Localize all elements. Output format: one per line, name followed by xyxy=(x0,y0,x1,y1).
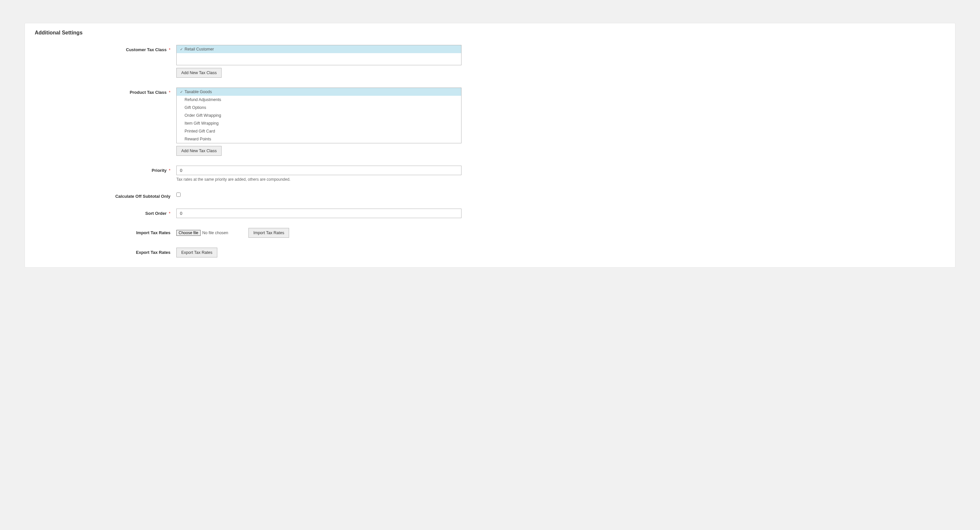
section-title: Additional Settings xyxy=(35,30,945,36)
calculate-off-subtotal-row: Calculate Off Subtotal Only xyxy=(35,192,945,199)
list-item[interactable]: Item Gift Wrapping xyxy=(177,120,461,127)
list-item[interactable]: Printed Gift Card xyxy=(177,127,461,135)
check-icon: ✓ xyxy=(180,47,185,51)
choose-file-button[interactable]: Choose file xyxy=(177,230,200,236)
list-item-label: Taxable Goods xyxy=(185,89,212,94)
product-tax-class-row: Product Tax Class * ✓Taxable GoodsRefund… xyxy=(35,88,945,156)
list-item[interactable]: Gift Options xyxy=(177,104,461,112)
list-item-label: Printed Gift Card xyxy=(185,129,215,134)
calculate-off-subtotal-checkbox[interactable] xyxy=(177,193,181,197)
list-item-label: Order Gift Wrapping xyxy=(185,113,221,118)
list-item-label: Item Gift Wrapping xyxy=(185,121,219,126)
file-picker[interactable]: Choose file No file chosen xyxy=(177,230,248,236)
product-tax-class-field: ✓Taxable GoodsRefund AdjustmentsGift Opt… xyxy=(177,88,461,156)
export-tax-rates-row: Export Tax Rates Export Tax Rates xyxy=(35,247,945,257)
required-asterisk: * xyxy=(169,168,170,173)
add-new-customer-tax-class-button[interactable]: Add New Tax Class xyxy=(177,68,221,78)
additional-settings-panel: Additional Settings Customer Tax Class *… xyxy=(25,23,955,268)
add-new-product-tax-class-button[interactable]: Add New Tax Class xyxy=(177,146,221,156)
list-item[interactable]: ✓Retail Customer xyxy=(177,45,461,53)
import-tax-rates-row: Import Tax Rates Choose file No file cho… xyxy=(35,228,945,238)
priority-hint: Tax rates at the same priority are added… xyxy=(177,177,461,182)
list-item-label: Refund Adjustments xyxy=(185,97,221,102)
customer-tax-class-row: Customer Tax Class * ✓Retail Customer Ad… xyxy=(35,45,945,78)
check-icon: ✓ xyxy=(180,90,185,94)
calculate-off-subtotal-label: Calculate Off Subtotal Only xyxy=(35,192,177,199)
sort-order-label: Sort Order * xyxy=(35,209,177,218)
list-item-label: Retail Customer xyxy=(185,47,214,51)
priority-field: Tax rates at the same priority are added… xyxy=(177,166,461,182)
list-item-label: Reward Points xyxy=(185,137,211,141)
import-tax-rates-field: Choose file No file chosen Import Tax Ra… xyxy=(177,228,461,238)
priority-row: Priority * Tax rates at the same priorit… xyxy=(35,166,945,182)
sort-order-input[interactable] xyxy=(177,209,461,218)
export-tax-rates-label: Export Tax Rates xyxy=(35,247,177,257)
export-tax-rates-field: Export Tax Rates xyxy=(177,247,461,257)
list-item[interactable]: Reward Points xyxy=(177,135,461,143)
priority-label: Priority * xyxy=(35,166,177,182)
product-tax-class-select[interactable]: ✓Taxable GoodsRefund AdjustmentsGift Opt… xyxy=(177,88,461,143)
required-asterisk: * xyxy=(169,47,170,52)
calculate-off-subtotal-field xyxy=(177,192,461,199)
list-item-label: Gift Options xyxy=(185,105,206,110)
priority-input[interactable] xyxy=(177,166,461,175)
import-tax-rates-label: Import Tax Rates xyxy=(35,228,177,238)
required-asterisk: * xyxy=(169,90,170,95)
list-item[interactable]: Order Gift Wrapping xyxy=(177,112,461,120)
customer-tax-class-select[interactable]: ✓Retail Customer xyxy=(177,45,461,65)
list-item[interactable]: Refund Adjustments xyxy=(177,96,461,104)
import-tax-rates-button[interactable]: Import Tax Rates xyxy=(248,228,289,238)
customer-tax-class-label: Customer Tax Class * xyxy=(35,45,177,78)
sort-order-field xyxy=(177,209,461,218)
list-item[interactable]: ✓Taxable Goods xyxy=(177,88,461,96)
export-tax-rates-button[interactable]: Export Tax Rates xyxy=(177,247,217,257)
sort-order-row: Sort Order * xyxy=(35,209,945,218)
product-tax-class-label: Product Tax Class * xyxy=(35,88,177,156)
required-asterisk: * xyxy=(169,211,170,216)
file-chosen-text: No file chosen xyxy=(202,231,228,235)
customer-tax-class-field: ✓Retail Customer Add New Tax Class xyxy=(177,45,461,78)
